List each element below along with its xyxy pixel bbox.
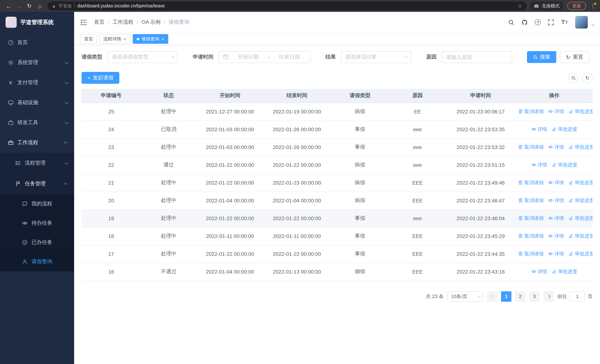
- cell-operations: 详情审批进度: [516, 263, 593, 280]
- page-button[interactable]: 1: [501, 291, 511, 301]
- user-avatar[interactable]: [575, 16, 588, 28]
- progress-action-link[interactable]: 审批进度: [552, 126, 577, 133]
- browser-refresh-button[interactable]: ↻: [24, 1, 34, 11]
- toggle-search-button[interactable]: [568, 73, 579, 83]
- user-menu-caret-icon[interactable]: [591, 23, 595, 26]
- apply-time-label: 申请时间: [193, 54, 214, 60]
- create-leave-button[interactable]: + 发起请假: [82, 72, 119, 84]
- bookmark-star-icon[interactable]: ☆: [518, 3, 522, 9]
- breadcrumb-item[interactable]: 工作流程: [113, 19, 133, 26]
- page-button[interactable]: 2: [515, 291, 525, 301]
- cell-operations: 详情审批进度: [516, 121, 593, 138]
- cancel-action-link[interactable]: 取消请假: [518, 179, 544, 186]
- browser-back-button[interactable]: ←: [4, 1, 13, 11]
- progress-action-link[interactable]: 审批进度: [569, 251, 593, 257]
- search-button[interactable]: 搜索: [527, 51, 556, 63]
- chevron-down-icon: [65, 80, 69, 84]
- detail-action-link[interactable]: 详情: [548, 233, 564, 239]
- cancel-action-link[interactable]: 取消请假: [518, 233, 544, 239]
- security-warning-label[interactable]: 不安全: [58, 3, 72, 9]
- cancel-action-link[interactable]: 取消请假: [518, 215, 544, 222]
- address-bar[interactable]: ▲ 不安全 dashboard.yudao.iocoder.cn/bpm/oa/…: [47, 1, 527, 10]
- sidebar-collapse-button[interactable]: [80, 18, 88, 26]
- end-date-placeholder[interactable]: 结束日期: [272, 54, 306, 60]
- leave-type-select[interactable]: 请选择请假类型: [107, 51, 178, 63]
- fullscreen-icon[interactable]: [548, 19, 554, 25]
- prev-page-button[interactable]: [487, 291, 497, 301]
- detail-action-link[interactable]: 详情: [548, 215, 564, 222]
- cancel-action-link[interactable]: 取消请假: [518, 251, 544, 257]
- sidebar-item-process-management[interactable]: 流程管理: [0, 153, 74, 173]
- progress-action-link[interactable]: 审批进度: [569, 108, 593, 115]
- cancel-action-link[interactable]: 取消请假: [518, 197, 544, 204]
- breadcrumb-item[interactable]: 首页: [94, 19, 104, 26]
- incognito-icon: [534, 4, 539, 8]
- url-text[interactable]: dashboard.yudao.iocoder.cn/bpm/oa/leave: [77, 3, 515, 9]
- sidebar-item-task-management[interactable]: 任务管理: [0, 173, 74, 194]
- reason-input[interactable]: [446, 54, 508, 60]
- tab-process-detail[interactable]: 流程详情 ×: [99, 34, 130, 44]
- security-warning-icon[interactable]: ▲: [52, 4, 56, 8]
- cancel-action-link[interactable]: 取消请假: [518, 108, 544, 115]
- detail-action-link[interactable]: 详情: [548, 197, 564, 204]
- browser-menu-button[interactable]: ⋮: [590, 3, 596, 9]
- sidebar-item-system[interactable]: 系统管理: [0, 53, 74, 73]
- github-icon[interactable]: [522, 19, 528, 25]
- tab-leave-query[interactable]: 请假查询 ×: [132, 34, 168, 44]
- close-icon[interactable]: ×: [161, 37, 164, 41]
- detail-action-link[interactable]: 详情: [548, 251, 564, 257]
- cell-leave-type: 事假: [330, 245, 390, 263]
- breadcrumb-item[interactable]: OA 示例: [141, 19, 161, 26]
- cancel-action-link[interactable]: 取消请假: [518, 144, 544, 150]
- column-header: 申请时间: [445, 89, 516, 103]
- detail-action-link[interactable]: 详情: [531, 268, 547, 275]
- detail-action-link[interactable]: 详情: [531, 162, 547, 168]
- start-date-placeholder[interactable]: 开始日期: [231, 54, 265, 60]
- browser-forward-button[interactable]: →: [14, 1, 24, 11]
- eye-icon: [548, 234, 553, 239]
- browser-update-button[interactable]: 更新: [567, 2, 586, 10]
- sidebar-item-infrastructure[interactable]: 基础设施: [0, 93, 74, 113]
- eye-icon: [548, 180, 553, 185]
- main-content: 请假类型 请选择请假类型 申请时间 开始日期 - 结束日期: [74, 45, 600, 364]
- sidebar-item-todo-task[interactable]: 待办任务: [0, 214, 74, 233]
- leave-query-icon: [21, 259, 28, 265]
- next-page-button[interactable]: [543, 291, 554, 301]
- apply-time-range-picker[interactable]: 开始日期 - 结束日期: [219, 51, 310, 63]
- progress-action-link[interactable]: 审批进度: [569, 144, 593, 150]
- browser-home-button[interactable]: ⌂: [35, 1, 45, 11]
- progress-action-link[interactable]: 审批进度: [552, 162, 577, 168]
- progress-action-link[interactable]: 审批进度: [569, 197, 593, 204]
- sidebar-item-done-task[interactable]: 已办任务: [0, 233, 74, 252]
- sidebar-item-leave-query[interactable]: 请假查询: [0, 252, 74, 271]
- sidebar-item-workflow[interactable]: 工作流程: [0, 133, 74, 153]
- result-select[interactable]: 请选择流结果: [341, 51, 411, 63]
- sidebar-item-my-process[interactable]: 我的流程: [0, 194, 74, 214]
- breadcrumb: 首页 / 工作流程 / OA 示例 / 请假查询: [94, 19, 189, 26]
- reset-button[interactable]: ↻ 重置: [560, 51, 589, 63]
- browser-toolbar: ← → ↻ ⌂ ▲ 不安全 dashboard.yudao.iocoder.cn…: [0, 0, 600, 12]
- progress-action-link[interactable]: 审批进度: [552, 268, 577, 275]
- page-size-select[interactable]: 10条/页: [447, 291, 483, 301]
- search-icon[interactable]: [508, 19, 515, 25]
- page-button[interactable]: 3: [529, 291, 540, 301]
- detail-action-link[interactable]: 详情: [548, 144, 564, 150]
- progress-action-link[interactable]: 审批进度: [569, 215, 593, 222]
- font-size-icon[interactable]: TT: [561, 19, 568, 26]
- progress-action-link[interactable]: 审批进度: [569, 179, 593, 186]
- refresh-table-button[interactable]: ↻: [582, 73, 593, 83]
- help-icon[interactable]: ?: [535, 19, 541, 25]
- table-row: 21处理中2022-01-22 00:00:002022-01-23 00:00…: [82, 174, 593, 192]
- detail-action-link[interactable]: 详情: [548, 179, 564, 186]
- tab-home[interactable]: 首页: [80, 34, 97, 44]
- detail-action-link[interactable]: 详情: [548, 108, 564, 115]
- chevron-down-icon: [477, 294, 480, 298]
- progress-action-link[interactable]: 审批进度: [569, 233, 593, 239]
- page-jump-input[interactable]: [570, 291, 585, 301]
- app-logo[interactable]: 芋道管理系统: [0, 12, 74, 33]
- sidebar-item-payment[interactable]: ¥ 支付管理: [0, 73, 74, 93]
- close-icon[interactable]: ×: [123, 37, 126, 41]
- detail-action-link[interactable]: 详情: [531, 126, 547, 133]
- sidebar-item-home[interactable]: 首页: [0, 33, 74, 53]
- sidebar-item-devtools[interactable]: 研发工具: [0, 113, 74, 133]
